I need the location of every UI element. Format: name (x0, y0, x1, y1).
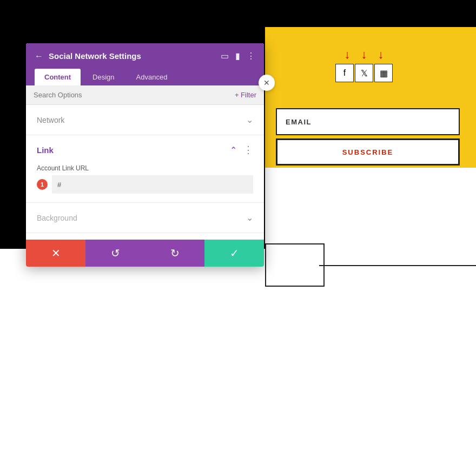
email-placeholder: EMAIL (286, 118, 312, 126)
panel-title: Social Network Settings (49, 51, 141, 61)
social-icons-area: ↓ ↓ ↓ f 𝕏 ▦ (335, 49, 393, 82)
canvas-rect (265, 243, 325, 287)
panel-tabs: Content Design Advanced (26, 69, 264, 85)
field-badge: 1 (37, 179, 48, 190)
panel-header: ← Social Network Settings ▭ ▮ ⋮ (26, 43, 264, 69)
undo-button[interactable]: ↺ (85, 240, 145, 267)
panel-header-left: ← Social Network Settings (35, 51, 141, 61)
email-input-box: EMAIL (276, 108, 460, 135)
columns-icon[interactable]: ▮ (235, 51, 240, 61)
filter-button[interactable]: + Filter (235, 91, 256, 99)
tab-advanced[interactable]: Advanced (127, 69, 177, 85)
redo-button[interactable]: ↻ (145, 240, 204, 267)
arrow-down-3: ↓ (378, 49, 384, 61)
link-more-icon[interactable]: ⋮ (243, 144, 253, 156)
more-icon[interactable]: ⋮ (247, 51, 255, 61)
subscribe-button[interactable]: SUBSCRIBE (276, 138, 460, 166)
cancel-button[interactable]: ✕ (26, 240, 85, 267)
expand-icon[interactable]: ▭ (221, 51, 229, 61)
facebook-icon[interactable]: f (335, 64, 354, 82)
network-label: Network (37, 116, 64, 124)
save-button[interactable]: ✓ (204, 240, 264, 267)
tab-design[interactable]: Design (83, 69, 124, 85)
settings-panel: ← Social Network Settings ▭ ▮ ⋮ Content … (26, 43, 264, 267)
link-section: Link ⌃ ⋮ Account Link URL 1 (26, 135, 264, 203)
back-icon[interactable]: ← (35, 51, 43, 61)
network-chevron-icon: ⌄ (246, 115, 253, 125)
social-icons-row: f 𝕏 ▦ (335, 64, 393, 82)
twitter-icon[interactable]: 𝕏 (355, 64, 373, 82)
subscribe-label: SUBSCRIBE (342, 148, 394, 156)
link-label: Link (37, 145, 54, 155)
email-form-area: EMAIL SUBSCRIBE (276, 108, 460, 166)
background-section[interactable]: Background ⌄ (26, 203, 264, 233)
network-section[interactable]: Network ⌄ (26, 105, 264, 135)
white-lower-section (0, 249, 476, 463)
link-chevron-icon: ⌃ (230, 145, 237, 155)
tab-content[interactable]: Content (35, 69, 81, 85)
link-section-icons: ⌃ ⋮ (230, 144, 253, 156)
close-button[interactable]: ✕ (259, 75, 275, 91)
instagram-icon[interactable]: ▦ (374, 64, 393, 82)
bottom-toolbar: ✕ ↺ ↻ ✓ (26, 240, 264, 267)
background-chevron-icon: ⌄ (246, 213, 253, 223)
arrow-down-1: ↓ (345, 49, 351, 61)
account-link-label: Account Link URL (37, 164, 253, 172)
background-label: Background (37, 214, 77, 222)
link-section-header[interactable]: Link ⌃ ⋮ (26, 135, 264, 164)
account-link-input[interactable] (52, 175, 253, 194)
search-input[interactable] (34, 91, 142, 99)
link-section-body: Account Link URL 1 (26, 164, 264, 202)
arrows-row: ↓ ↓ ↓ (345, 49, 384, 61)
arrow-down-2: ↓ (361, 49, 367, 61)
panel-header-icons: ▭ ▮ ⋮ (221, 51, 255, 61)
field-row: 1 (37, 175, 253, 194)
canvas-h-line (319, 265, 476, 266)
search-bar: + Filter (26, 85, 264, 105)
